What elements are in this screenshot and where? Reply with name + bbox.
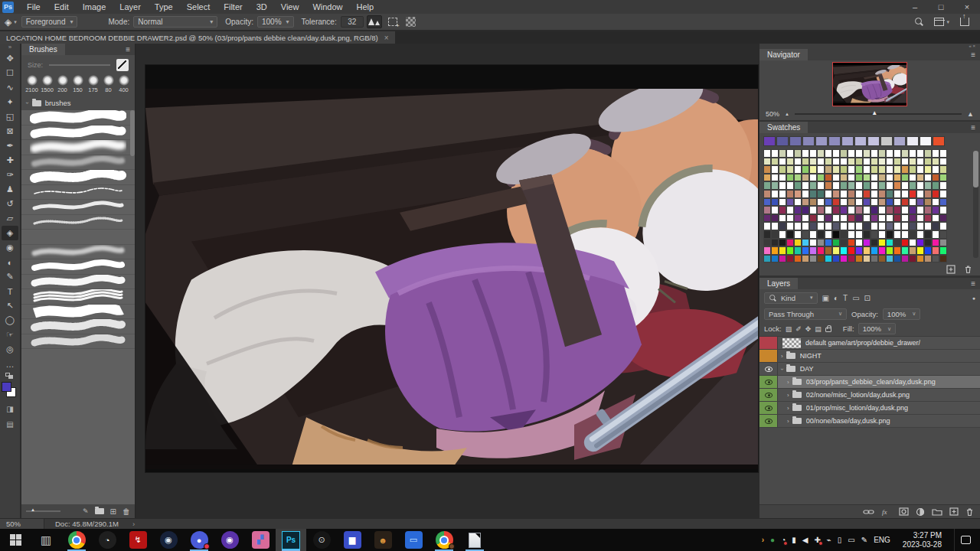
delete-layer-icon[interactable] [965, 507, 974, 517]
swatch[interactable] [878, 198, 886, 207]
swatch[interactable] [886, 158, 893, 166]
brush-tool[interactable]: ✑ [2, 168, 18, 182]
swatch[interactable] [794, 181, 802, 190]
lasso-tool[interactable]: ∿ [2, 80, 18, 95]
swatch[interactable] [901, 149, 909, 158]
swatch[interactable] [840, 230, 848, 239]
swatch[interactable] [909, 190, 916, 198]
swatch[interactable] [939, 165, 947, 174]
brush-group-row[interactable]: › brushes [21, 96, 135, 110]
swatch[interactable] [802, 181, 809, 190]
swatch[interactable] [794, 222, 802, 230]
swatch[interactable] [825, 198, 832, 207]
swatch[interactable] [817, 222, 825, 230]
lock-artboard-icon[interactable]: ▤ [815, 325, 822, 333]
swatch[interactable] [794, 190, 802, 198]
visibility-cell[interactable] [760, 376, 778, 388]
swatch[interactable] [871, 174, 878, 182]
swatch[interactable] [848, 165, 855, 174]
swatch[interactable] [863, 206, 871, 214]
zoom-tool[interactable]: ◎ [2, 342, 18, 357]
swatch[interactable] [909, 181, 916, 190]
recent-swatch[interactable] [867, 136, 880, 146]
game-app-icon[interactable]: ▞ [245, 529, 276, 551]
brush-preset[interactable]: 80 [101, 75, 116, 93]
brush-preset[interactable]: 2100 [24, 75, 39, 93]
eye-icon[interactable] [765, 380, 773, 385]
defender-icon[interactable]: ✚ [814, 536, 820, 544]
default-colors-icon[interactable] [5, 373, 15, 380]
github-icon[interactable]: ◉ [214, 529, 245, 551]
swatch[interactable] [939, 190, 947, 198]
size-slider[interactable] [49, 64, 110, 66]
recent-swatch[interactable] [828, 136, 841, 146]
swatch[interactable] [809, 246, 817, 255]
swatch[interactable] [763, 158, 771, 166]
healing-brush-tool[interactable]: ✚ [2, 153, 18, 168]
swatch[interactable] [901, 165, 909, 174]
privacy-app-icon[interactable]: ⊙ [306, 529, 337, 551]
swatch[interactable] [832, 198, 840, 207]
layer-row[interactable]: ›03/prop/pants_debbie_clean/day,dusk.png [760, 376, 980, 389]
swatch[interactable] [786, 246, 794, 255]
chrome-profile-icon[interactable] [429, 529, 459, 551]
fill-source-select[interactable]: Foreground▾ [21, 16, 78, 28]
swatch[interactable] [794, 214, 802, 223]
swatch[interactable] [878, 190, 886, 198]
recent-swatch[interactable] [802, 136, 815, 146]
contiguous-toggle[interactable] [385, 15, 400, 28]
swatch[interactable] [939, 206, 947, 214]
blend-mode-select[interactable]: Pass Through ∨ [764, 308, 847, 320]
swatch[interactable] [832, 190, 840, 198]
new-swatch-icon[interactable] [946, 265, 956, 274]
swatch[interactable] [886, 222, 893, 230]
toolbar-expand-icon[interactable]: » [8, 44, 11, 51]
swatch[interactable] [916, 174, 924, 182]
swatch[interactable] [924, 158, 932, 166]
swatch[interactable] [924, 206, 932, 214]
swatch[interactable] [893, 246, 901, 255]
swatch[interactable] [871, 190, 878, 198]
swatch[interactable] [863, 239, 871, 247]
swatch[interactable] [932, 214, 939, 223]
swatch[interactable] [832, 246, 840, 255]
document-image[interactable] [145, 65, 758, 472]
swatch[interactable] [840, 239, 848, 247]
swatch[interactable] [848, 230, 855, 239]
media-app-icon[interactable]: ↯ [122, 529, 153, 551]
swatch[interactable] [848, 174, 855, 182]
swatch[interactable] [871, 149, 878, 158]
swatch[interactable] [901, 214, 909, 223]
swatch[interactable] [848, 214, 855, 223]
brush-item[interactable] [21, 230, 135, 245]
swatch[interactable] [901, 230, 909, 239]
swatch[interactable] [878, 255, 886, 263]
swatch[interactable] [809, 255, 817, 263]
swatch[interactable] [893, 255, 901, 263]
swatch[interactable] [871, 239, 878, 247]
swatch[interactable] [802, 255, 809, 263]
eye-icon[interactable] [765, 367, 773, 372]
swatch[interactable] [763, 255, 771, 263]
swatch[interactable] [901, 222, 909, 230]
swatch[interactable] [832, 255, 840, 263]
swatch[interactable] [786, 174, 794, 182]
swatch[interactable] [932, 181, 939, 190]
swatch[interactable] [771, 255, 779, 263]
taskbar-clock[interactable]: 3:27 PM 2023-03-28 [897, 531, 948, 549]
swatch[interactable] [932, 165, 939, 174]
swatch[interactable] [763, 198, 771, 207]
swatch[interactable] [916, 198, 924, 207]
usb-icon[interactable]: ⌁ [827, 536, 831, 544]
brush-preset[interactable]: 200 [55, 75, 70, 93]
character-game-icon[interactable]: ☻ [368, 529, 398, 551]
zoom-in-icon[interactable]: ▲ [967, 110, 974, 118]
swatch[interactable] [779, 230, 786, 239]
photoshop-icon[interactable]: Ps [276, 529, 306, 551]
menu-item-select[interactable]: Select [180, 2, 217, 11]
swatch[interactable] [809, 181, 817, 190]
action-center-button[interactable] [954, 529, 977, 551]
swatch[interactable] [909, 255, 916, 263]
swatch[interactable] [901, 190, 909, 198]
swatch[interactable] [916, 190, 924, 198]
